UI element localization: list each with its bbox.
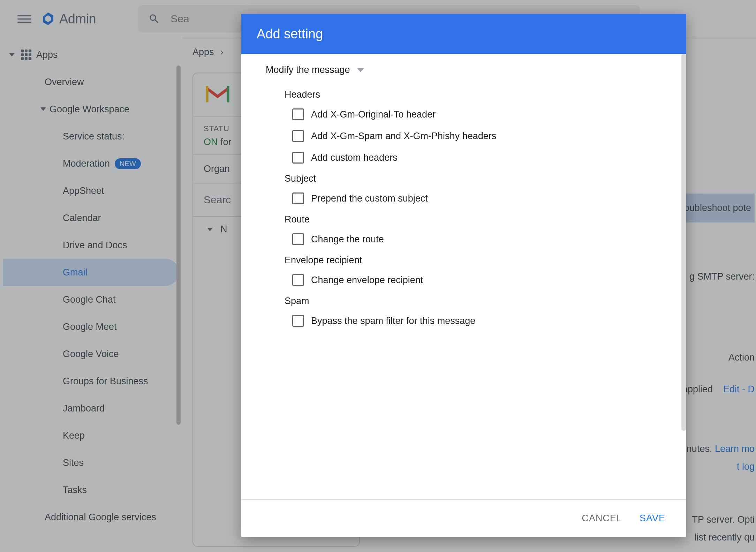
checkbox-label: Prepend the custom subject	[311, 193, 428, 204]
checkbox-icon	[292, 192, 304, 204]
checkbox-icon	[292, 130, 304, 142]
checkbox-icon	[292, 152, 304, 164]
scrollbar[interactable]	[681, 54, 686, 431]
modify-message-dropdown[interactable]: Modify the message	[266, 65, 662, 75]
checkbox-change-envelope[interactable]: Change envelope recipient	[292, 274, 662, 286]
section-route: Route	[285, 214, 662, 225]
dialog-body: Modify the message Headers Add X-Gm-Orig…	[241, 54, 686, 499]
cancel-button[interactable]: CANCEL	[582, 513, 622, 524]
checkbox-icon	[292, 274, 304, 286]
checkbox-add-custom-headers[interactable]: Add custom headers	[292, 152, 662, 164]
checkbox-add-original-to[interactable]: Add X-Gm-Original-To header	[292, 108, 662, 120]
dialog-footer: CANCEL SAVE	[241, 499, 686, 537]
checkbox-label: Add X-Gm-Original-To header	[311, 109, 436, 120]
modify-label: Modify the message	[266, 65, 350, 75]
checkbox-change-route[interactable]: Change the route	[292, 233, 662, 245]
checkbox-label: Bypass the spam filter for this message	[311, 316, 475, 326]
checkbox-icon	[292, 315, 304, 327]
section-envelope: Envelope recipient	[285, 255, 662, 266]
section-spam: Spam	[285, 296, 662, 307]
chevron-down-icon	[357, 68, 364, 72]
checkbox-bypass-spam[interactable]: Bypass the spam filter for this message	[292, 315, 662, 327]
dialog-title: Add setting	[241, 14, 686, 54]
save-button[interactable]: SAVE	[640, 513, 665, 524]
checkbox-label: Add X-Gm-Spam and X-Gm-Phishy headers	[311, 131, 496, 142]
checkbox-icon	[292, 233, 304, 245]
checkbox-label: Change envelope recipient	[311, 275, 423, 286]
checkbox-label: Add custom headers	[311, 152, 398, 163]
checkbox-label: Change the route	[311, 234, 384, 245]
add-setting-dialog: Add setting Modify the message Headers A…	[241, 14, 686, 537]
section-subject: Subject	[285, 173, 662, 184]
checkbox-prepend-subject[interactable]: Prepend the custom subject	[292, 192, 662, 204]
checkbox-add-spam-phishy[interactable]: Add X-Gm-Spam and X-Gm-Phishy headers	[292, 130, 662, 142]
checkbox-icon	[292, 108, 304, 120]
section-headers: Headers	[285, 89, 662, 100]
